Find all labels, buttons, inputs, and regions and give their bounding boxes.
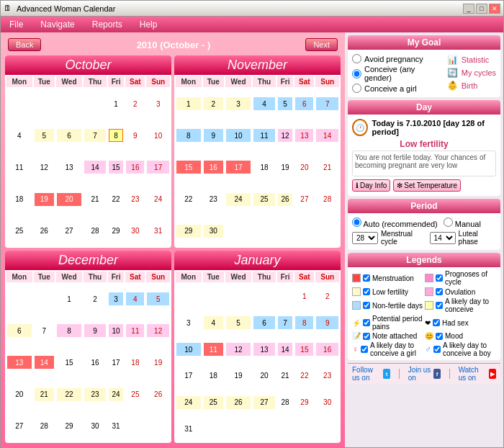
col-tue: Tue xyxy=(34,272,55,282)
col-sun: Sun xyxy=(146,76,170,87)
table-row xyxy=(84,89,107,119)
legends-header: Legends xyxy=(348,253,500,267)
col-sat: Sat xyxy=(294,76,314,87)
menstruation-check[interactable] xyxy=(363,274,370,282)
legend-conceive-girl: ♀ A likely day to conceive a girl xyxy=(352,341,423,357)
conceive-boy-icon: ♂ xyxy=(425,344,431,354)
table-row[interactable]: 3 xyxy=(146,89,170,119)
conceive-girl-label: Conceive a girl xyxy=(364,84,417,93)
had-sex-check[interactable] xyxy=(433,319,440,326)
col-tue: Tue xyxy=(203,76,224,87)
birth-link[interactable]: 👶 Birth xyxy=(447,80,496,91)
minimize-button[interactable]: _ xyxy=(463,4,474,14)
november-calendar: November Mon Tue Wed Thu Fri Sat Sun xyxy=(174,55,341,248)
luteal-phase-select[interactable]: 141315 xyxy=(430,232,456,244)
watch-youtube-link[interactable]: Watch us on ▶ xyxy=(459,366,496,382)
conceive-girl-radio[interactable] xyxy=(352,84,361,93)
prognoses-check[interactable] xyxy=(436,274,443,282)
menu-file[interactable]: File xyxy=(6,18,26,31)
prognoses-text: Prognoses of cycle xyxy=(445,270,496,286)
likely-conceive-check[interactable] xyxy=(436,302,443,309)
non-fertile-check[interactable] xyxy=(363,302,370,309)
menu-bar: File Navigate Reports Help xyxy=(1,17,503,32)
conceive-any-radio[interactable] xyxy=(352,69,361,79)
conceive-girl-legend-text: A likely day to conceive a girl xyxy=(370,341,423,357)
main-content: Back 2010 (October - ) Next October Mon … xyxy=(1,32,503,447)
window-title: Advanced Woman Calendar xyxy=(17,4,463,13)
mood-text: Mood xyxy=(445,332,463,340)
conceive-boy-check[interactable] xyxy=(433,346,441,353)
january-calendar: January Mon Tue Wed Thu Fri Sat Sun xyxy=(174,251,341,443)
legend-ovulation: Ovulation xyxy=(425,287,496,296)
ovulation-check[interactable] xyxy=(436,288,443,295)
december-table: Mon Tue Wed Thu Fri Sat Sun xyxy=(5,270,171,443)
statistic-icon: 📊 xyxy=(447,54,459,66)
november-header: November xyxy=(174,55,341,75)
col-thu: Thu xyxy=(84,272,107,282)
day-buttons: ℹ Day Info ✻ Set Temperature xyxy=(352,179,496,192)
december-header: December xyxy=(5,251,171,270)
my-goal-header: My Goal xyxy=(348,35,500,50)
footer-bar: Follow us on t Join us on f Watch us on … xyxy=(348,363,500,384)
footer-divider-1 xyxy=(399,369,400,379)
set-temperature-button[interactable]: ✻ Set Temperature xyxy=(393,179,461,192)
col-thu: Thu xyxy=(253,272,276,282)
calendars-grid: October Mon Tue Wed Thu Fri Sat Sun xyxy=(5,55,341,443)
had-sex-icon: ❤ xyxy=(425,319,431,327)
back-button[interactable]: Back xyxy=(8,38,41,51)
avoid-pregnancy-radio[interactable] xyxy=(352,54,361,63)
manual-radio[interactable] xyxy=(444,218,453,227)
non-fertile-color xyxy=(352,301,361,310)
follow-text: Follow us on xyxy=(352,366,381,382)
col-wed: Wed xyxy=(56,76,82,87)
maximize-button[interactable]: □ xyxy=(476,4,487,14)
avoid-pregnancy-option: Avoid pregnancy xyxy=(352,54,443,63)
col-fri: Fri xyxy=(277,76,294,87)
october-table: Mon Tue Wed Thu Fri Sat Sun xyxy=(5,75,171,248)
day-info-button[interactable]: ℹ Day Info xyxy=(352,179,390,192)
menstrual-cycle-select[interactable]: 28272930 xyxy=(352,232,378,244)
auto-radio[interactable] xyxy=(352,218,361,227)
low-fertility-check[interactable] xyxy=(363,288,370,295)
low-fertility-text: Low fertility xyxy=(372,288,408,296)
col-mon: Mon xyxy=(6,272,32,282)
period-pains-check[interactable] xyxy=(363,319,370,326)
conceive-girl-check[interactable] xyxy=(361,346,368,353)
conceive-any-label: Conceive (any gender) xyxy=(364,65,443,82)
table-row: 18 19 20 21 22 23 24 xyxy=(6,184,170,215)
fertility-description: You are not fertile today. Your chances … xyxy=(352,151,496,176)
birth-label: Birth xyxy=(462,81,478,90)
statistic-link[interactable]: 📊 Statistic xyxy=(447,54,496,66)
join-facebook-link[interactable]: Join us on f xyxy=(408,366,441,382)
table-row: 29 30 xyxy=(176,216,339,246)
manual-label: Manual xyxy=(444,218,481,228)
clock-icon: 🕐 xyxy=(352,119,368,136)
table-row: 1 2 3 xyxy=(6,89,170,119)
menstruation-color xyxy=(352,274,361,282)
menu-navigate[interactable]: Navigate xyxy=(37,18,77,31)
table-row: 1 2 3 4 5 xyxy=(6,284,170,314)
day-clock: 🕐 Today is 7.10.2010 [day 128 of period] xyxy=(352,119,496,136)
follow-twitter-link[interactable]: Follow us on t xyxy=(352,366,390,382)
menu-reports[interactable]: Reports xyxy=(89,18,125,31)
col-sun: Sun xyxy=(315,76,339,87)
conceive-any-option: Conceive (any gender) xyxy=(352,65,443,82)
table-row[interactable]: 1 xyxy=(108,89,125,119)
menstruation-text: Menstruation xyxy=(372,274,414,282)
table-row[interactable]: 2 xyxy=(125,89,145,119)
my-cycles-link[interactable]: 🔄 My cycles xyxy=(447,67,496,79)
table-row: 11 12 13 14 15 16 17 xyxy=(6,152,170,182)
menu-help[interactable]: Help xyxy=(137,18,161,31)
had-sex-text: Had sex xyxy=(442,319,469,327)
note-check[interactable] xyxy=(363,333,370,340)
mood-check[interactable] xyxy=(436,333,443,340)
fertility-label: Low fertility xyxy=(352,139,496,149)
col-thu: Thu xyxy=(253,76,276,87)
legend-note: 📝 Note attached xyxy=(352,332,423,340)
close-button[interactable]: ✕ xyxy=(489,4,500,14)
table-row: 15 16 17 18 19 20 21 xyxy=(176,152,339,182)
next-button[interactable]: Next xyxy=(305,38,338,51)
col-mon: Mon xyxy=(176,76,202,87)
november-table: Mon Tue Wed Thu Fri Sat Sun 1 xyxy=(174,75,341,248)
non-fertile-text: Non-fertile days xyxy=(372,302,423,310)
